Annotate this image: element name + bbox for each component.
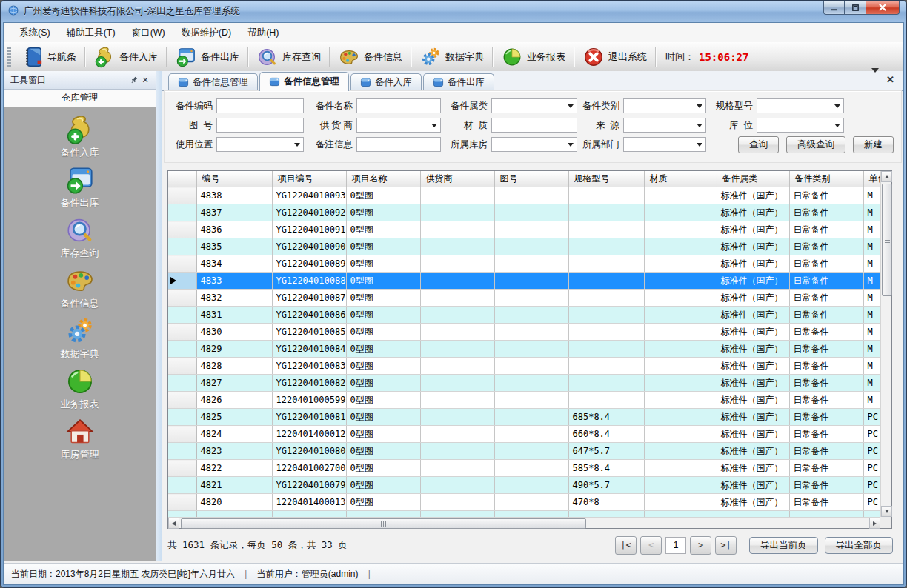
table-row[interactable]: 4831YG122040100860型圈标准件（国产）日常备件M [168,307,880,324]
toolbar-button-palette[interactable]: 备件信息 [332,44,408,70]
column-header-2[interactable]: 编号 [196,171,272,187]
row-selector[interactable] [179,307,196,324]
advanced-query-button[interactable]: 高级查询 [786,136,845,153]
export-current-page-button[interactable]: 导出当前页 [749,537,818,554]
toolbar-button-gears[interactable]: 数据字典 [413,44,490,70]
first-page-button[interactable]: |< [615,536,637,555]
column-header-6[interactable]: 图号 [494,171,568,187]
input-备件编码[interactable] [216,98,304,113]
table-row[interactable]: 4835YG122040100900型圈标准件（国产）日常备件M [168,238,880,255]
table-row[interactable]: 4832YG122040100870型圈标准件（国产）日常备件M [168,290,880,307]
tab-list-dropdown-button[interactable] [871,73,879,86]
table-row[interactable]: 482212204010027000型圈585*8.4标准件（国产）日常备件PC [168,460,880,477]
input-图号[interactable] [216,118,304,133]
sidebar-splitter[interactable] [156,71,162,561]
table-row[interactable]: 4837YG122040100920型圈标准件（国产）日常备件M [168,204,880,221]
column-header-10[interactable]: 备件类别 [789,171,863,187]
table-row[interactable]: 4830YG122040100850型圈标准件（国产）日常备件M [168,324,880,341]
vertical-scroll-thumb[interactable] [882,184,892,296]
row-indicator[interactable] [168,238,179,255]
toolbar-button-outbound[interactable]: 备件出库 [169,44,245,70]
table-row[interactable]: 482012204014000130型圈470*8标准件（国产）日常备件PC [168,494,880,511]
menu-item-1[interactable]: 系统(S) [11,24,59,42]
row-indicator[interactable] [168,477,179,494]
table-row[interactable]: 4827YG122040100820型圈标准件（国产）日常备件M [168,375,880,392]
row-selector[interactable] [179,204,196,221]
sidebar-item-palette[interactable]: 备件信息 [4,265,156,315]
row-indicator[interactable] [168,460,179,477]
menu-item-3[interactable]: 窗口(W) [124,24,173,42]
input-材质[interactable] [491,118,577,133]
table-row[interactable]: 4829YG122040100840型圈标准件（国产）日常备件M [168,341,880,358]
select-来源[interactable] [623,118,706,133]
title-bar[interactable]: 广州爱奇迪软件科技有限公司-深田之星仓库管理系统 [1,1,906,22]
input-备件名称[interactable] [356,98,441,113]
column-header-4[interactable]: 项目名称 [346,171,420,187]
maximize-button[interactable] [845,1,866,15]
table-row[interactable]: 4823YG122040100800型圈647*5.7标准件（国产）日常备件PC [168,443,880,460]
toolbar-button-pie-report[interactable]: 业务报表 [495,44,571,70]
row-selector[interactable] [179,477,196,494]
row-indicator[interactable] [168,255,179,273]
scroll-up-button[interactable] [881,171,892,182]
select-所属库房[interactable] [491,137,577,152]
export-all-pages-button[interactable]: 导出全部页 [825,537,894,554]
row-selector[interactable] [179,443,196,460]
vertical-scrollbar[interactable] [880,171,891,517]
select-备件类别[interactable] [623,98,706,113]
table-row[interactable]: 4838YG122040100930型圈标准件（国产）日常备件M [168,187,880,204]
select-库位[interactable] [757,118,844,133]
row-indicator[interactable] [168,426,179,443]
column-header-7[interactable]: 规格型号 [568,171,644,187]
toolbar-button-exit[interactable]: 退出系统 [577,44,653,70]
table-row[interactable]: 4833YG122040100880型圈标准件（国产）日常备件M [168,273,880,290]
column-header-3[interactable]: 项目编号 [272,171,346,187]
row-indicator[interactable] [168,375,179,392]
row-indicator[interactable] [168,358,179,375]
scroll-right-button[interactable] [869,518,880,529]
menu-item-2[interactable]: 辅助工具(T) [59,24,124,42]
row-selector[interactable] [179,409,196,426]
toolbar-button-navbook[interactable]: 导航条 [16,44,82,70]
sidebar-item-pie-report[interactable]: 业务报表 [4,366,156,416]
row-selector[interactable] [179,358,196,375]
table-row[interactable]: 4821YG122040100790型圈490*5.7标准件（国产）日常备件PC [168,477,880,494]
column-header-11[interactable]: 单位 [863,171,880,187]
row-indicator[interactable] [168,443,179,460]
row-selector[interactable] [179,238,196,255]
sidebar-item-outbound[interactable]: 备件出库 [4,164,156,215]
table-row[interactable]: 4834YG122040100890型圈标准件（国产）日常备件M [168,255,880,273]
minimize-button[interactable] [823,1,845,15]
table-row[interactable]: 482412204014000120型圈660*8.4标准件（国产）日常备件PC [168,426,880,443]
row-selector[interactable] [179,255,196,273]
column-header-8[interactable]: 材质 [644,171,717,187]
table-row[interactable]: 482612204010005990型圈标准件（国产）日常备件M [168,392,880,409]
horizontal-scroll-thumb[interactable] [181,518,586,529]
table-row[interactable]: 4828YG122040100830型圈标准件（国产）日常备件M [168,358,880,375]
row-selector[interactable] [179,290,196,307]
table-row[interactable]: 4836YG122040100910型圈标准件（国产）日常备件M [168,221,880,238]
tab-1[interactable]: 备件信息管理 [168,73,258,90]
toolbar-button-inbound[interactable]: 备件入库 [87,44,164,70]
sidebar-item-gears[interactable]: 数据字典 [4,315,156,366]
tab-close-button[interactable]: ✕ [886,75,894,84]
row-selector[interactable] [179,187,196,204]
sidebar-item-inbound[interactable]: 备件入库 [4,114,156,164]
tab-3[interactable]: 备件入库 [350,73,422,90]
row-selector[interactable] [179,392,196,409]
scroll-down-button[interactable] [881,506,892,517]
last-page-button[interactable]: >| [715,536,737,555]
row-indicator[interactable] [168,187,179,204]
select-使用位置[interactable] [216,137,304,152]
select-备件属类[interactable] [491,98,577,113]
row-indicator[interactable] [168,204,179,221]
next-page-button[interactable]: > [690,536,711,555]
row-selector[interactable] [179,460,196,477]
horizontal-scrollbar[interactable] [168,517,880,528]
toolbar-button-search-stock[interactable]: 库存查询 [250,44,327,70]
row-indicator[interactable] [168,392,179,409]
pin-button[interactable] [127,74,139,86]
row-selector[interactable] [179,375,196,392]
close-button[interactable] [866,1,900,15]
page-number-input[interactable] [665,537,686,554]
